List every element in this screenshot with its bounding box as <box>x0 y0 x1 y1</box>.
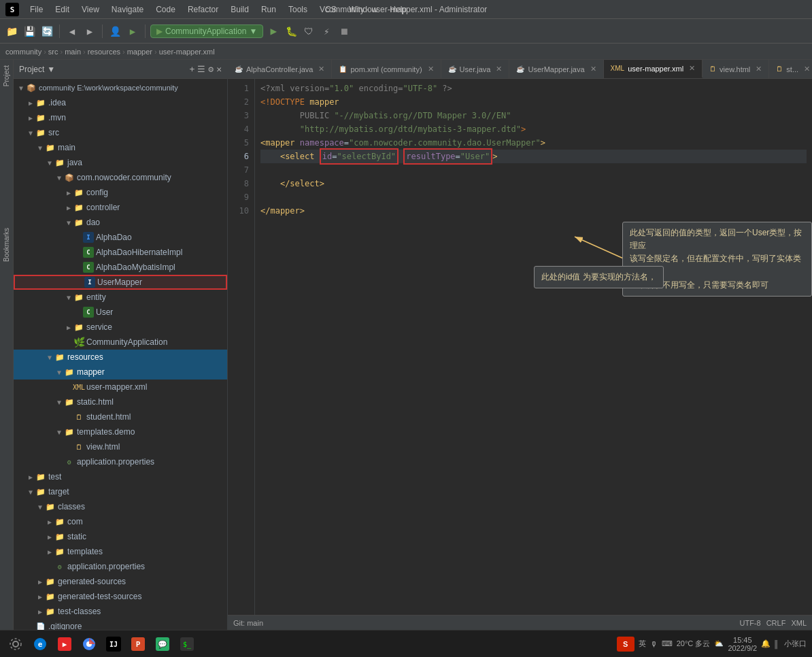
tree-item-alphadaohibernate[interactable]: ▶ C AlphaDaoHibernateImpl <box>14 245 227 260</box>
taskbar-chrome-icon[interactable] <box>79 634 99 654</box>
tree-item-entity[interactable]: ▼ 📁 entity <box>14 290 227 305</box>
tree-item-testclasses[interactable]: ▶ 📁 test-classes <box>14 604 227 619</box>
sidebar-settings-icon[interactable]: ⚙ <box>208 64 214 74</box>
microphone-icon[interactable]: 🎙 <box>650 640 658 648</box>
tree-item-gitignore[interactable]: ▶ 📄 .gitignore <box>14 619 227 630</box>
tree-item-community[interactable]: ▼ 📦 community E:\work\workspace\communit… <box>14 80 227 95</box>
menu-tools[interactable]: Tools <box>283 3 313 16</box>
code-content[interactable]: <?xml version="1.0" encoding="UTF-8" ?> … <box>255 79 812 615</box>
tree-item-appprops2[interactable]: ▶ ⚙ application.properties <box>14 559 227 574</box>
tree-item-java[interactable]: ▼ 📁 java <box>14 155 227 170</box>
run-button[interactable]: ▶ <box>266 24 281 39</box>
tree-item-dao[interactable]: ▼ 📁 dao <box>14 215 227 230</box>
tab-close-st[interactable]: ✕ <box>804 65 810 73</box>
tab-st[interactable]: 🗒 st... ✕ <box>769 60 812 78</box>
menu-edit[interactable]: Edit <box>50 3 75 16</box>
menu-run[interactable]: Run <box>256 3 282 16</box>
tree-item-target[interactable]: ▼ 📁 target <box>14 484 227 499</box>
tree-item-appprops[interactable]: ▶ ⚙ application.properties <box>14 454 227 469</box>
coverage-button[interactable]: 🛡 <box>301 24 316 39</box>
tree-item-mvn[interactable]: ▶ 📁 .mvn <box>14 110 227 125</box>
tree-item-viewhtml[interactable]: ▶ 🗒 view.html <box>14 439 227 454</box>
tree-item-static2[interactable]: ▶ 📁 static <box>14 529 227 544</box>
profile-button[interactable]: ⚡ <box>319 24 334 39</box>
breadcrumb-main[interactable]: main <box>65 48 81 56</box>
taskbar-intellij-icon[interactable]: IJ <box>103 634 124 654</box>
tab-usermapperxml[interactable]: XML user-mapper.xml ✕ <box>604 60 703 78</box>
tab-close-usermapperxml[interactable]: ✕ <box>689 64 695 73</box>
menu-view[interactable]: View <box>76 3 105 16</box>
toolbar-forward[interactable]: ▶ <box>82 24 97 39</box>
show-desktop-icon[interactable]: ▌ <box>775 640 780 648</box>
tree-item-alphadao[interactable]: ▶ I AlphaDao <box>14 230 227 245</box>
toolbar-back[interactable]: ◀ <box>65 24 80 39</box>
tree-item-gensources[interactable]: ▶ 📁 generated-sources <box>14 574 227 589</box>
tree-item-user[interactable]: ▶ C User <box>14 305 227 320</box>
sidebar-add-icon[interactable]: + <box>190 64 195 74</box>
menu-file[interactable]: File <box>24 3 48 16</box>
tree-item-mapper[interactable]: ▼ 📁 mapper <box>14 365 227 380</box>
menu-navigate[interactable]: Navigate <box>106 3 149 16</box>
tab-close-user[interactable]: ✕ <box>496 65 502 73</box>
tree-item-idea[interactable]: ▶ 📁 .idea <box>14 95 227 110</box>
menu-build[interactable]: Build <box>225 3 254 16</box>
tree-item-service[interactable]: ▶ 📁 service <box>14 320 227 335</box>
breadcrumb-resources[interactable]: resources <box>88 48 120 56</box>
code-editor[interactable]: 1 2 3 4 5 6 7 8 9 10 <?xml version="1.0"… <box>228 79 812 615</box>
breadcrumb-community[interactable]: community <box>5 48 41 56</box>
tab-pomxml[interactable]: 📋 pom.xml (community) ✕ <box>332 60 441 78</box>
sidebar-close-icon[interactable]: ✕ <box>216 64 222 74</box>
tab-viewhtml[interactable]: 🗒 view.html ✕ <box>703 60 769 78</box>
menu-code[interactable]: Code <box>150 3 181 16</box>
tab-alphacontroller[interactable]: ☕ AlphaController.java ✕ <box>228 60 332 78</box>
tree-item-main[interactable]: ▼ 📁 main <box>14 140 227 155</box>
taskbar-media-icon[interactable]: ▶ <box>54 634 75 654</box>
debug-button[interactable]: 🐛 <box>284 24 299 39</box>
tree-item-test[interactable]: ▶ 📁 test <box>14 469 227 484</box>
tree-item-communityapp[interactable]: ▶ 🌿 CommunityApplication <box>14 335 227 350</box>
notification-icon[interactable]: 🔔 <box>761 639 771 648</box>
tree-item-statichtml[interactable]: ▼ 📁 static.html <box>14 394 227 409</box>
time-date-block[interactable]: 15:45 2022/9/2 <box>728 636 757 652</box>
toolbar-person[interactable]: 👤 <box>107 24 122 39</box>
keyboard-icon[interactable]: ⌨ <box>662 639 673 648</box>
taskbar-edge-icon[interactable]: e <box>30 634 50 654</box>
tab-close-pomxml[interactable]: ✕ <box>428 65 434 73</box>
taskbar-settings-icon[interactable] <box>5 634 26 654</box>
toolbar-refresh[interactable]: 🔄 <box>39 24 54 39</box>
sidebar-dropdown-arrow[interactable]: ▼ <box>47 65 55 74</box>
project-strip-label[interactable]: Project <box>1 63 12 89</box>
tree-item-usermapper[interactable]: ▶ I UserMapper <box>14 275 227 290</box>
toolbar-green[interactable]: ▶ <box>125 24 140 39</box>
taskbar-wechat-icon[interactable]: 💬 <box>152 634 173 654</box>
run-config-selector[interactable]: ▶ CommunityApplication ▼ <box>150 24 263 38</box>
tree-item-templates2[interactable]: ▶ 📁 templates <box>14 544 227 559</box>
tab-usermapper[interactable]: ☕ UserMapper.java ✕ <box>509 60 603 78</box>
tree-item-src[interactable]: ▼ 📁 src <box>14 125 227 140</box>
stop-button[interactable]: ⏹ <box>337 24 352 39</box>
tree-item-usermapperxml[interactable]: ▶ XML user-mapper.xml <box>14 380 227 394</box>
tree-item-gentestsources[interactable]: ▶ 📁 generated-test-sources <box>14 589 227 604</box>
toolbar-open[interactable]: 📁 <box>4 24 19 39</box>
tree-item-config[interactable]: ▶ 📁 config <box>14 185 227 200</box>
tab-user[interactable]: ☕ User.java ✕ <box>441 60 510 78</box>
tab-close-usermapper[interactable]: ✕ <box>590 65 596 73</box>
tree-item-alphadaomybatis[interactable]: ▶ C AlphaDaoMybatisImpl <box>14 260 227 275</box>
ime-label[interactable]: 英 <box>639 639 646 649</box>
taskbar-powerpoint-icon[interactable]: P <box>128 634 148 654</box>
tree-item-templatesdemo[interactable]: ▼ 📁 templates.demo <box>14 424 227 439</box>
sidebar-layout-icon[interactable]: ☰ <box>197 64 205 74</box>
tab-close-alphacontroller[interactable]: ✕ <box>318 65 324 73</box>
tab-close-viewhtml[interactable]: ✕ <box>756 65 762 73</box>
tree-item-resources[interactable]: ▼ 📁 resources <box>14 350 227 365</box>
menu-refactor[interactable]: Refactor <box>182 3 224 16</box>
taskbar-terminal-icon[interactable]: $_ <box>177 634 197 654</box>
tree-item-controller[interactable]: ▶ 📁 controller <box>14 200 227 215</box>
bookmarks-strip-label[interactable]: Bookmarks <box>1 225 12 265</box>
sogou-icon[interactable]: S <box>617 637 635 652</box>
breadcrumb-file[interactable]: user-mapper.xml <box>159 48 215 56</box>
toolbar-save[interactable]: 💾 <box>22 24 37 39</box>
tree-item-com[interactable]: ▼ 📦 com.nowcoder.community <box>14 170 227 185</box>
tree-item-studenthtml[interactable]: ▶ 🗒 student.html <box>14 409 227 424</box>
tree-item-classes[interactable]: ▼ 📁 classes <box>14 499 227 514</box>
